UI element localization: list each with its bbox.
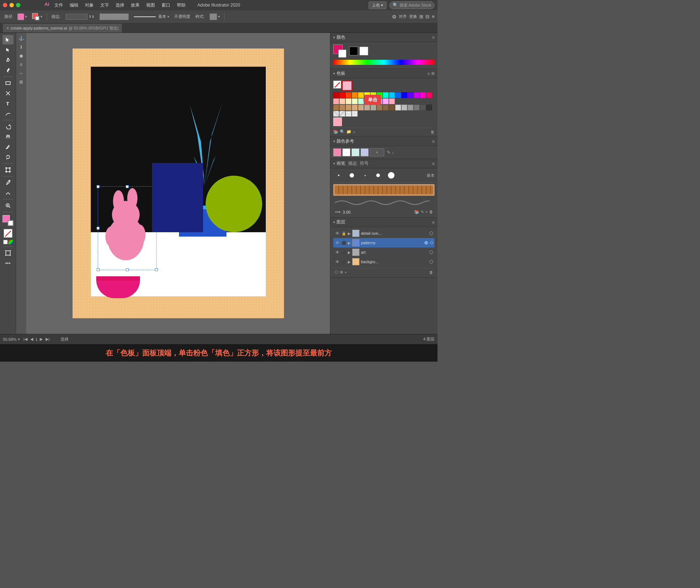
color-mode-white[interactable]: [3, 240, 8, 244]
appearance-icon[interactable]: ◉: [17, 52, 25, 60]
background-color[interactable]: [338, 50, 346, 58]
layer-circle-patterns[interactable]: [424, 241, 428, 245]
swatch-pattern[interactable]: [352, 111, 358, 117]
ref-swatch-white[interactable]: [342, 148, 350, 156]
menu-object[interactable]: 对象: [82, 1, 97, 9]
align-panel-icon[interactable]: ≡: [17, 61, 25, 69]
pathfinder-icon[interactable]: ⊞: [17, 78, 25, 86]
fill-dropdown-arrow[interactable]: ▾: [25, 15, 27, 19]
swatch-cell[interactable]: [420, 105, 426, 110]
fill-stroke-selector[interactable]: [3, 215, 13, 226]
swatch-cell[interactable]: [333, 98, 339, 104]
swatch-cell[interactable]: [352, 105, 358, 110]
page-prev[interactable]: ◀: [30, 337, 34, 342]
canvas-area[interactable]: [26, 33, 330, 334]
none-indicator[interactable]: [4, 229, 12, 238]
brush-wavy-item[interactable]: [333, 197, 435, 208]
artboard-tool[interactable]: [3, 248, 13, 258]
color-spectrum[interactable]: [333, 60, 435, 65]
swatch-cell[interactable]: [414, 105, 420, 110]
layer-make-clipping-mask[interactable]: ⬡: [335, 270, 338, 274]
swatch-pattern[interactable]: [333, 111, 339, 117]
swatch-cell[interactable]: [358, 105, 364, 110]
page-next[interactable]: ▶: [39, 337, 43, 342]
layer-arrow-background[interactable]: ▶: [348, 260, 351, 264]
maximize-button[interactable]: [16, 3, 20, 7]
swatch-cell[interactable]: [389, 98, 395, 104]
color-mode-gradient[interactable]: [8, 240, 13, 244]
swatch-cell[interactable]: [346, 98, 351, 104]
blend-tool[interactable]: [3, 188, 13, 198]
menu-select[interactable]: 选择: [113, 1, 127, 9]
transform-icon[interactable]: ↔: [17, 69, 25, 77]
standalone-pink-swatch[interactable]: [333, 117, 342, 126]
swatch-cell[interactable]: [352, 98, 358, 104]
swatch-cell[interactable]: [364, 105, 370, 110]
options-icon[interactable]: ≡: [432, 14, 435, 19]
brush-dot-large[interactable]: [386, 170, 397, 181]
swatch-cell[interactable]: [408, 105, 413, 110]
swatch-cell[interactable]: [358, 98, 364, 104]
swatch-show-kinds[interactable]: 🔍: [340, 129, 345, 134]
menu-effect[interactable]: 效果: [128, 1, 143, 9]
swatch-pattern[interactable]: [339, 111, 345, 117]
stroke-input[interactable]: [66, 14, 88, 20]
menu-help[interactable]: 帮助: [174, 1, 188, 9]
search-bar[interactable]: 🔍 搜索 Adobe Stock: [389, 1, 435, 9]
swatch-cell[interactable]: [414, 92, 420, 98]
swatch-cell[interactable]: [377, 92, 382, 98]
stroke-value-input[interactable]: ⬆⬇: [64, 13, 96, 20]
layers-expand[interactable]: ▾: [333, 220, 335, 224]
swatch-delete[interactable]: 🗑: [431, 130, 435, 134]
swatch-cell[interactable]: [383, 98, 389, 104]
brush-dot-small[interactable]: [333, 170, 344, 181]
symbol-tab[interactable]: 符号: [360, 160, 369, 167]
page-first[interactable]: |◀: [23, 337, 28, 342]
layer-lock-detail[interactable]: 🔒: [341, 231, 346, 236]
brush-panel-menu[interactable]: ≡: [432, 161, 435, 166]
brush-dot-medium2[interactable]: [373, 170, 384, 181]
layer-eye-detail[interactable]: 👁: [335, 231, 340, 236]
menu-view[interactable]: 视图: [143, 1, 158, 9]
menu-file[interactable]: 文件: [51, 1, 66, 9]
zoom-tool[interactable]: [3, 201, 13, 210]
layer-arrow-art[interactable]: ▶: [348, 250, 351, 254]
swatch-black[interactable]: [349, 47, 358, 55]
stroke-icon-btn[interactable]: ▾: [31, 12, 44, 21]
swatches-list-view[interactable]: ≡: [428, 71, 430, 76]
swatch-cell[interactable]: [383, 105, 389, 110]
ref-swatch-pink[interactable]: [333, 148, 341, 156]
brush-dot-medium[interactable]: [346, 170, 357, 181]
navigator-icon[interactable]: ⚓: [17, 34, 25, 42]
layer-circle-background[interactable]: [429, 260, 433, 264]
swatches-grid-view[interactable]: ⊞: [431, 71, 435, 76]
swatch-cell[interactable]: [364, 92, 370, 98]
layer-lock-background[interactable]: ⬛: [341, 259, 346, 264]
align-icon[interactable]: ⊞: [419, 14, 423, 19]
layer-arrow-patterns[interactable]: ▶: [348, 241, 351, 245]
line-tool[interactable]: [3, 109, 13, 118]
swatch-cell[interactable]: [339, 98, 345, 104]
zoom-control[interactable]: 50.68% ▾: [3, 337, 20, 342]
layer-eye-patterns[interactable]: 👁: [335, 240, 340, 245]
arrange-button[interactable]: 上色 ▾: [369, 1, 386, 9]
color-ref-expand[interactable]: ▾: [333, 139, 335, 143]
swatches-expand[interactable]: ▾: [333, 71, 335, 75]
swatch-pattern[interactable]: [346, 111, 351, 117]
swatch-cell[interactable]: [426, 105, 432, 110]
close-button[interactable]: [3, 3, 7, 7]
swatch-cell[interactable]: [420, 92, 426, 98]
ref-edit-icon[interactable]: ✎: [387, 150, 390, 155]
pen-tool[interactable]: [3, 55, 13, 65]
free-transform-tool[interactable]: [3, 165, 13, 175]
swatch-cell[interactable]: [383, 92, 389, 98]
line-style-arrow[interactable]: ▾: [167, 15, 169, 19]
style-swatch[interactable]: ▾: [208, 13, 221, 21]
swatch-cell[interactable]: [333, 92, 339, 98]
layer-delete[interactable]: 🗑: [429, 270, 433, 274]
layer-eye-background[interactable]: 👁: [335, 259, 340, 264]
minimize-button[interactable]: [9, 3, 14, 7]
swatch-cell[interactable]: [395, 105, 401, 110]
swatch-cell[interactable]: [389, 105, 395, 110]
page-last[interactable]: ▶|: [45, 337, 50, 342]
